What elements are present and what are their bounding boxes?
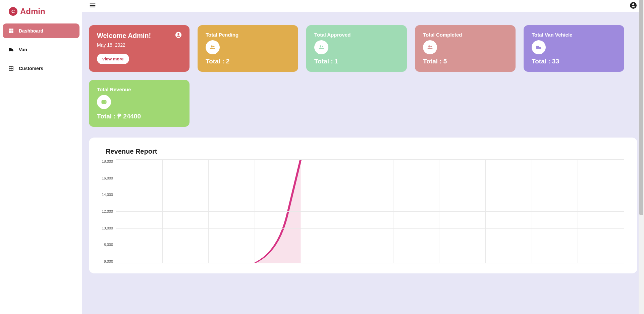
topbar	[82, 0, 644, 12]
scrollbar-thumb[interactable]	[639, 0, 643, 215]
card-total: Total : ₱ 24400	[97, 112, 181, 120]
welcome-date: May 18, 2022	[97, 42, 181, 48]
van-icon	[8, 47, 14, 53]
user-menu-icon[interactable]	[629, 1, 637, 11]
card-completed: Total Completed Total : 5	[415, 25, 516, 72]
svg-point-6	[320, 45, 321, 47]
brand-logo: C Admin	[3, 7, 79, 23]
y-tick-label: 6,000	[104, 259, 113, 263]
welcome-title: Welcome Admin!	[97, 32, 181, 40]
brand-icon: C	[9, 7, 17, 16]
wallet-icon	[97, 95, 111, 109]
users-icon	[423, 40, 437, 54]
sidebar: C Admin Dashboard Van Customers	[0, 0, 82, 314]
y-tick-label: 16,000	[102, 176, 113, 180]
y-tick-label: 18,000	[102, 159, 113, 163]
card-title: Total Completed	[423, 32, 507, 38]
hamburger-icon[interactable]	[89, 2, 96, 10]
sidebar-item-label: Van	[19, 47, 27, 52]
svg-point-3	[177, 33, 179, 35]
card-title: Total Approved	[314, 32, 399, 38]
sidebar-item-van[interactable]: Van	[3, 42, 79, 57]
y-tick-label: 8,000	[104, 243, 113, 247]
customers-icon	[8, 65, 14, 71]
y-tick-label: 14,000	[102, 193, 113, 197]
chart-area: 18,00016,00014,00012,00010,0008,0006,000	[102, 159, 624, 263]
chart-title: Revenue Report	[102, 148, 624, 155]
svg-point-1	[632, 3, 634, 5]
brand-name: Admin	[20, 7, 45, 16]
users-icon	[314, 40, 328, 54]
svg-point-9	[430, 46, 432, 47]
card-pending: Total Pending Total : 2	[198, 25, 298, 72]
card-total: Total : 2	[206, 58, 290, 65]
card-revenue: Total Revenue Total : ₱ 24400	[89, 80, 190, 127]
sidebar-item-customers[interactable]: Customers	[3, 61, 79, 76]
chart-panel: Revenue Report 18,00016,00014,00012,0001…	[89, 138, 637, 273]
chart-plot	[116, 159, 624, 263]
card-total: Total : 1	[314, 58, 399, 65]
dashboard-icon	[8, 28, 14, 34]
card-title: Total Revenue	[97, 87, 181, 92]
scrollbar-track[interactable]	[639, 0, 644, 314]
user-circle-icon	[175, 31, 182, 40]
content-area: Welcome Admin! May 18, 2022 view more To…	[82, 12, 644, 314]
y-tick-label: 10,000	[102, 226, 113, 230]
sidebar-item-label: Dashboard	[19, 28, 43, 34]
card-total: Total : 33	[532, 58, 616, 65]
y-tick-label: 12,000	[102, 209, 113, 213]
sidebar-item-label: Customers	[19, 66, 43, 71]
svg-point-4	[211, 45, 213, 47]
svg-point-5	[213, 46, 214, 47]
card-title: Total Van Vehicle	[532, 32, 616, 38]
card-welcome: Welcome Admin! May 18, 2022 view more	[89, 25, 190, 72]
svg-point-8	[428, 45, 430, 47]
svg-point-7	[322, 46, 323, 47]
users-icon	[206, 40, 220, 54]
svg-point-11	[105, 102, 106, 103]
sidebar-item-dashboard[interactable]: Dashboard	[3, 23, 79, 38]
van-icon	[532, 40, 546, 54]
chart-y-axis: 18,00016,00014,00012,00010,0008,0006,000	[102, 159, 116, 263]
card-approved: Total Approved Total : 1	[306, 25, 407, 72]
view-more-button[interactable]: view more	[97, 54, 129, 64]
card-title: Total Pending	[206, 32, 290, 38]
card-total: Total : 5	[423, 58, 507, 65]
card-van: Total Van Vehicle Total : 33	[524, 25, 624, 72]
